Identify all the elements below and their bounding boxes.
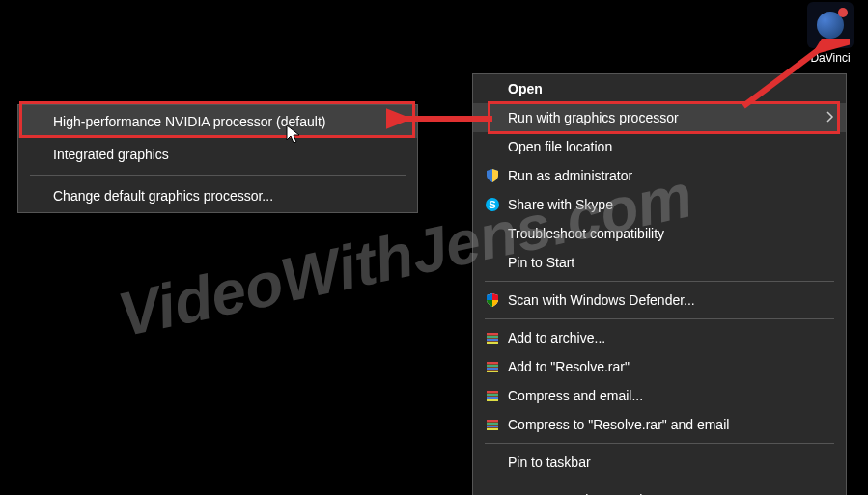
menu-item-run-admin[interactable]: Run as administrator: [473, 161, 846, 190]
archive-icon: [481, 386, 504, 405]
svg-rect-19: [487, 423, 498, 425]
menu-item-troubleshoot[interactable]: Troubleshoot compatibility: [473, 219, 846, 248]
menu-item-restore-versions[interactable]: Restore previous versions: [473, 485, 846, 495]
menu-item-compress-resolve-email[interactable]: Compress to "Resolve.rar" and email: [473, 410, 846, 439]
defender-shield-icon: [481, 290, 504, 310]
menu-label: Open file location: [504, 139, 834, 154]
menu-label: Share with Skype: [504, 197, 834, 212]
archive-icon: [481, 415, 504, 434]
svg-rect-13: [487, 391, 498, 393]
menu-separator: [485, 443, 834, 444]
blank-icon: [481, 253, 504, 272]
blank-icon: [481, 224, 504, 243]
blank-icon: [481, 453, 504, 472]
menu-label: Add to "Resolve.rar": [504, 359, 834, 374]
svg-rect-9: [487, 365, 498, 367]
menu-label: Integrated graphics: [53, 147, 406, 162]
menu-label: Change default graphics processor...: [53, 188, 406, 204]
davinci-app-icon: [807, 2, 854, 48]
desktop-icon-label: DaVinci: [798, 51, 863, 65]
svg-rect-4: [487, 336, 498, 338]
svg-rect-5: [487, 339, 498, 341]
svg-rect-15: [487, 397, 498, 399]
chevron-right-icon: [826, 109, 834, 126]
desktop-icon-davinci[interactable]: DaVinci: [798, 2, 863, 65]
submenu-item-change-default[interactable]: Change default graphics processor...: [18, 179, 417, 212]
blank-icon: [481, 137, 504, 156]
svg-rect-20: [487, 426, 498, 427]
svg-rect-16: [487, 399, 498, 401]
svg-rect-10: [487, 368, 498, 370]
menu-label: Pin to taskbar: [504, 454, 834, 470]
menu-label: Scan with Windows Defender...: [504, 292, 834, 308]
svg-rect-8: [487, 362, 498, 364]
menu-label: Compress and email...: [504, 388, 834, 403]
submenu-item-integrated[interactable]: Integrated graphics: [18, 138, 417, 171]
submenu-item-nvidia[interactable]: High-performance NVIDIA processor (defau…: [18, 105, 417, 138]
context-menu-gpu-submenu: High-performance NVIDIA processor (defau…: [17, 104, 418, 213]
svg-rect-21: [487, 428, 498, 430]
menu-item-pin-start[interactable]: Pin to Start: [473, 248, 846, 277]
menu-item-scan-defender[interactable]: Scan with Windows Defender...: [473, 286, 846, 315]
menu-item-open-location[interactable]: Open file location: [473, 132, 846, 161]
menu-separator: [485, 481, 834, 481]
menu-label: Troubleshoot compatibility: [504, 226, 834, 241]
blank-icon: [481, 108, 504, 127]
menu-label: Add to archive...: [504, 330, 834, 345]
menu-label: Pin to Start: [504, 255, 834, 270]
skype-icon: S: [481, 195, 504, 214]
menu-item-open[interactable]: Open: [473, 74, 846, 103]
menu-label: Open: [504, 81, 834, 96]
blank-icon: [481, 79, 504, 98]
menu-separator: [30, 175, 406, 176]
menu-item-pin-taskbar[interactable]: Pin to taskbar: [473, 448, 846, 477]
archive-icon: [481, 328, 504, 347]
svg-rect-14: [487, 394, 498, 396]
menu-label: High-performance NVIDIA processor (defau…: [53, 114, 406, 129]
blank-icon: [481, 490, 504, 495]
menu-item-compress-email[interactable]: Compress and email...: [473, 381, 846, 410]
menu-separator: [485, 318, 834, 319]
shield-admin-icon: [481, 166, 504, 185]
archive-icon: [481, 357, 504, 376]
menu-separator: [485, 281, 834, 282]
context-menu-main: Open Run with graphics processor Open fi…: [472, 73, 847, 495]
menu-item-share-skype[interactable]: S Share with Skype: [473, 190, 846, 219]
svg-rect-3: [487, 333, 498, 335]
menu-label: Compress to "Resolve.rar" and email: [504, 417, 834, 432]
menu-label: Run with graphics processor: [504, 110, 819, 125]
svg-rect-6: [487, 342, 498, 344]
menu-label: Run as administrator: [504, 168, 834, 183]
svg-text:S: S: [489, 199, 495, 210]
menu-item-add-resolve-rar[interactable]: Add to "Resolve.rar": [473, 352, 846, 381]
menu-item-add-archive[interactable]: Add to archive...: [473, 323, 846, 352]
svg-rect-11: [487, 371, 498, 372]
svg-rect-18: [487, 420, 498, 422]
menu-item-run-gpu[interactable]: Run with graphics processor: [473, 103, 846, 132]
